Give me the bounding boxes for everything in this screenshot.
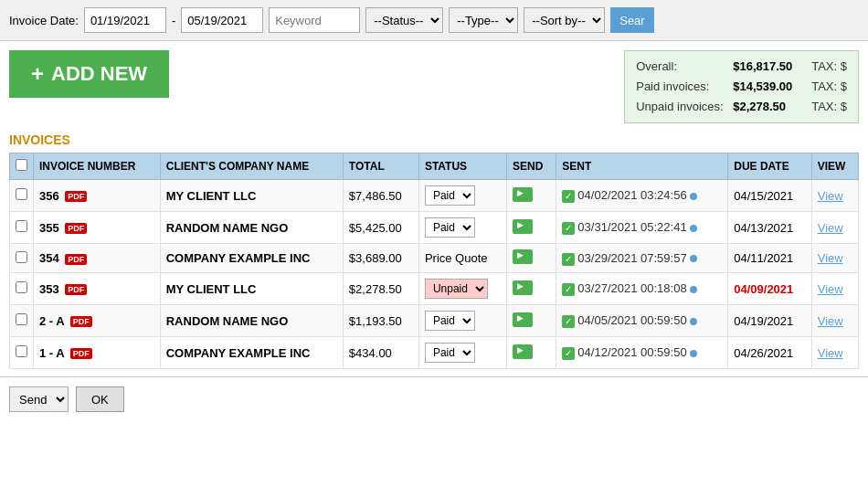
company-name-cell: MY CLIENT LLC	[160, 180, 343, 212]
row-checkbox-cell	[10, 212, 34, 244]
select-all-checkbox[interactable]	[16, 159, 27, 171]
invoices-title: INVOICES	[9, 132, 859, 147]
company-name-cell: RANDOM NAME NGO	[160, 305, 343, 337]
view-link[interactable]: View	[818, 346, 843, 360]
send-cell	[507, 212, 556, 244]
status-select[interactable]: --Status--	[365, 7, 443, 33]
overall-label: Overall:	[636, 57, 727, 77]
total-cell: $5,425.00	[343, 212, 418, 244]
status-cell: Unpaid	[418, 273, 506, 305]
view-cell: View	[811, 212, 858, 244]
view-cell: View	[811, 244, 858, 273]
view-cell: View	[811, 305, 858, 337]
table-row: 1 - A PDFCOMPANY EXAMPLE INC$434.00Paid✓…	[10, 337, 859, 369]
bulk-action-select[interactable]: Send	[9, 386, 69, 412]
sent-date: 04/05/2021 00:59:50	[577, 313, 686, 327]
status-dropdown[interactable]: Paid	[425, 217, 475, 238]
status-dropdown[interactable]: Unpaid	[425, 279, 488, 299]
send-icon[interactable]	[513, 187, 533, 202]
keyword-input[interactable]	[269, 7, 360, 33]
sent-dot-icon	[690, 193, 697, 200]
overall-tax: TAX: $	[811, 57, 847, 77]
row-checkbox-cell	[10, 180, 34, 212]
due-date-cell: 04/26/2021	[728, 337, 812, 369]
sort-select[interactable]: --Sort by--	[524, 7, 605, 33]
bottom-bar: Send OK	[0, 376, 868, 421]
pdf-icon[interactable]: PDF	[65, 284, 87, 295]
send-icon[interactable]	[513, 344, 533, 359]
due-date-cell: 04/09/2021	[728, 273, 812, 305]
status-cell: Paid	[418, 180, 506, 212]
status-dropdown[interactable]: Paid	[425, 343, 475, 363]
sent-check-icon: ✓	[562, 283, 575, 296]
total-cell: $2,278.50	[343, 273, 418, 305]
overall-value: $16,817.50	[733, 57, 806, 77]
overall-row: Overall: $16,817.50 TAX: $	[636, 57, 847, 77]
unpaid-row: Unpaid invoices: $2,278.50 TAX: $	[636, 97, 847, 117]
pdf-icon[interactable]: PDF	[65, 254, 87, 265]
type-select[interactable]: --Type--	[449, 7, 518, 33]
pdf-icon[interactable]: PDF	[70, 316, 92, 327]
pdf-icon[interactable]: PDF	[65, 223, 87, 234]
header-checkbox-col	[10, 153, 34, 180]
date-from-input[interactable]	[84, 7, 166, 33]
table-row: 354 PDFCOMPANY EXAMPLE INC$3,689.00Price…	[10, 244, 859, 273]
total-cell: $7,486.50	[343, 180, 418, 212]
row-checkbox-cell	[10, 273, 34, 305]
row-checkbox[interactable]	[16, 220, 27, 232]
view-link[interactable]: View	[818, 282, 843, 296]
due-date-cell: 04/19/2021	[728, 305, 812, 337]
company-name-cell: RANDOM NAME NGO	[160, 212, 343, 244]
send-icon[interactable]	[513, 312, 533, 327]
view-link[interactable]: View	[818, 189, 843, 203]
view-cell: View	[811, 273, 858, 305]
date-to-input[interactable]	[181, 7, 263, 33]
sent-check-icon: ✓	[562, 253, 575, 266]
sent-date: 03/29/2021 07:59:57	[577, 251, 686, 265]
invoice-number: 2 - A	[39, 314, 64, 328]
send-icon[interactable]	[513, 249, 533, 264]
header-company-name: CLIENT'S COMPANY NAME	[160, 153, 343, 180]
row-checkbox-cell	[10, 337, 34, 369]
sent-date: 03/31/2021 05:22:41	[577, 220, 686, 234]
search-button[interactable]: Sear	[610, 7, 653, 33]
view-link[interactable]: View	[818, 221, 843, 235]
header-status: STATUS	[418, 153, 506, 180]
status-dropdown[interactable]: Paid	[425, 185, 475, 206]
status-cell: Paid	[418, 305, 506, 337]
sent-dot-icon	[690, 225, 697, 232]
status-dropdown[interactable]: Paid	[425, 311, 475, 331]
plus-icon: +	[31, 61, 44, 87]
due-date-cell: 04/11/2021	[728, 244, 812, 273]
send-icon[interactable]	[513, 280, 533, 295]
sent-check-icon: ✓	[562, 315, 575, 328]
pdf-icon[interactable]: PDF	[70, 348, 92, 359]
ok-button[interactable]: OK	[76, 386, 124, 412]
add-new-button[interactable]: + ADD NEW	[9, 50, 169, 98]
invoice-date-label: Invoice Date:	[9, 14, 79, 27]
sent-date: 04/02/2021 03:24:56	[577, 188, 686, 202]
row-checkbox[interactable]	[16, 188, 27, 200]
total-cell: $3,689.00	[343, 244, 418, 273]
view-link[interactable]: View	[818, 251, 843, 265]
row-checkbox[interactable]	[16, 345, 27, 357]
header-sent: SENT	[556, 153, 728, 180]
pdf-icon[interactable]: PDF	[65, 191, 87, 202]
table-row: 353 PDFMY CLIENT LLC$2,278.50Unpaid✓03/2…	[10, 273, 859, 305]
status-cell: Price Quote	[418, 244, 506, 273]
sent-cell: ✓04/05/2021 00:59:50	[556, 305, 728, 337]
row-checkbox[interactable]	[16, 251, 27, 263]
table-header: INVOICE NUMBER CLIENT'S COMPANY NAME TOT…	[10, 153, 859, 180]
view-link[interactable]: View	[818, 314, 843, 328]
send-cell	[507, 180, 556, 212]
row-checkbox[interactable]	[16, 281, 27, 293]
due-date-cell: 04/13/2021	[728, 212, 812, 244]
invoice-number: 1 - A	[39, 346, 64, 360]
company-name-cell: COMPANY EXAMPLE INC	[160, 244, 343, 273]
send-icon[interactable]	[513, 219, 533, 234]
header-invoice-number: INVOICE NUMBER	[34, 153, 161, 180]
row-checkbox[interactable]	[16, 313, 27, 325]
action-bar: + ADD NEW Overall: $16,817.50 TAX: $ Pai…	[0, 41, 868, 132]
table-row: 355 PDFRANDOM NAME NGO$5,425.00Paid✓03/3…	[10, 212, 859, 244]
paid-row: Paid invoices: $14,539.00 TAX: $	[636, 77, 847, 97]
